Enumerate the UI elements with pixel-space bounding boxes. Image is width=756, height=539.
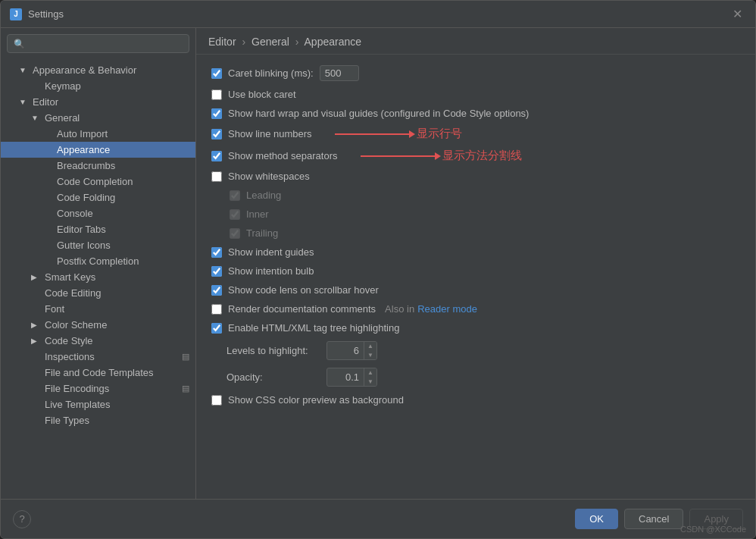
show-intention-bulb-label[interactable]: Show intention bulb bbox=[211, 265, 314, 277]
reader-mode-link[interactable]: Reader mode bbox=[417, 303, 477, 315]
inner-text: Inner bbox=[246, 208, 269, 220]
show-code-lens-text: Show code lens on scrollbar hover bbox=[228, 284, 379, 296]
show-line-numbers-label[interactable]: Show line numbers bbox=[211, 128, 312, 139]
sidebar-item-file-types[interactable]: File Types bbox=[1, 412, 195, 428]
show-indent-guides-checkbox[interactable] bbox=[211, 247, 222, 258]
expand-arrow: ▶ bbox=[31, 321, 42, 329]
sidebar-item-label: Console bbox=[57, 208, 93, 219]
help-button[interactable]: ? bbox=[13, 510, 31, 528]
sidebar-item-font[interactable]: Font bbox=[1, 301, 195, 317]
show-css-color-preview-label[interactable]: Show CSS color preview as background bbox=[211, 394, 404, 406]
leading-label[interactable]: Leading bbox=[230, 190, 281, 201]
sidebar-item-keymap[interactable]: Keymap bbox=[1, 78, 195, 94]
enable-html-xml-label[interactable]: Enable HTML/XML tag tree highlighting bbox=[211, 322, 399, 334]
sidebar-item-file-encodings[interactable]: File Encodings ▤ bbox=[1, 381, 195, 396]
show-hard-wrap-label[interactable]: Show hard wrap and visual guides (config… bbox=[211, 108, 529, 119]
show-whitespaces-checkbox[interactable] bbox=[211, 171, 222, 182]
sidebar-item-gutter-icons[interactable]: Gutter Icons bbox=[1, 237, 195, 253]
footer: ? OK Cancel Apply CSDN @XCCode bbox=[1, 499, 755, 538]
show-line-numbers-checkbox[interactable] bbox=[211, 129, 222, 139]
main-content: 🔍 ▼ Appearance & Behavior Keymap ▼ Edito… bbox=[1, 28, 755, 499]
caret-blinking-label[interactable]: Caret blinking (ms): bbox=[211, 67, 314, 79]
show-indent-guides-label[interactable]: Show indent guides bbox=[211, 246, 314, 258]
levels-spinner[interactable]: ▲ ▼ bbox=[326, 341, 377, 360]
sidebar-item-live-templates[interactable]: Live Templates bbox=[1, 396, 195, 412]
show-intention-bulb-row: Show intention bulb bbox=[211, 265, 740, 277]
sidebar-item-inspections[interactable]: Inspections ▤ bbox=[1, 349, 195, 365]
show-line-numbers-text: Show line numbers bbox=[228, 128, 312, 139]
sidebar-item-code-completion[interactable]: Code Completion bbox=[1, 174, 195, 190]
spinner-buttons: ▲ ▼ bbox=[364, 368, 376, 386]
sidebar-item-label: File Encodings bbox=[45, 383, 109, 394]
spinner-up-button[interactable]: ▲ bbox=[364, 342, 376, 351]
separator: › bbox=[295, 36, 299, 48]
sidebar-item-smart-keys[interactable]: ▶ Smart Keys bbox=[1, 269, 195, 285]
sidebar-item-editor-tabs[interactable]: Editor Tabs bbox=[1, 221, 195, 237]
trailing-checkbox[interactable] bbox=[230, 228, 240, 239]
render-doc-comments-label[interactable]: Render documentation comments bbox=[211, 303, 376, 315]
cancel-button[interactable]: Cancel bbox=[624, 509, 683, 529]
show-code-lens-checkbox[interactable] bbox=[211, 285, 222, 296]
sidebar-item-label: Code Style bbox=[45, 335, 93, 346]
use-block-caret-checkbox[interactable] bbox=[211, 89, 222, 100]
enable-html-xml-checkbox[interactable] bbox=[211, 323, 222, 334]
show-hard-wrap-row: Show hard wrap and visual guides (config… bbox=[211, 108, 740, 119]
trailing-label[interactable]: Trailing bbox=[230, 227, 278, 239]
show-code-lens-label[interactable]: Show code lens on scrollbar hover bbox=[211, 284, 379, 296]
sidebar-item-label: File and Code Templates bbox=[45, 367, 154, 378]
show-intention-bulb-checkbox[interactable] bbox=[211, 266, 222, 277]
search-input[interactable] bbox=[30, 38, 183, 49]
indicator-icon: ▤ bbox=[182, 384, 189, 393]
leading-row: Leading bbox=[211, 190, 740, 201]
use-block-caret-label[interactable]: Use block caret bbox=[211, 89, 296, 100]
sidebar-item-appearance[interactable]: Appearance bbox=[1, 142, 195, 158]
credit-text: CSDN @XCCode bbox=[680, 525, 746, 534]
breadcrumb-appearance: Appearance bbox=[305, 36, 362, 48]
show-hard-wrap-checkbox[interactable] bbox=[211, 108, 222, 119]
sidebar-item-label: Keymap bbox=[45, 80, 81, 92]
show-whitespaces-label[interactable]: Show whitespaces bbox=[211, 171, 310, 182]
show-method-separators-checkbox[interactable] bbox=[211, 151, 222, 161]
leading-text: Leading bbox=[246, 190, 281, 201]
sidebar-item-color-scheme[interactable]: ▶ Color Scheme bbox=[1, 317, 195, 333]
show-method-separators-label[interactable]: Show method separators bbox=[211, 150, 338, 161]
sidebar-item-breadcrumbs[interactable]: Breadcrumbs bbox=[1, 158, 195, 174]
sidebar-item-console[interactable]: Console bbox=[1, 205, 195, 221]
show-css-color-preview-text: Show CSS color preview as background bbox=[228, 394, 404, 406]
spinner-up-button[interactable]: ▲ bbox=[364, 368, 376, 378]
sidebar-item-appearance-behavior[interactable]: ▼ Appearance & Behavior bbox=[1, 62, 195, 78]
caret-blinking-input[interactable] bbox=[320, 65, 359, 81]
sidebar-item-postfix-completion[interactable]: Postfix Completion bbox=[1, 253, 195, 269]
sidebar-item-general[interactable]: ▼ General bbox=[1, 110, 195, 126]
separator: › bbox=[242, 36, 245, 48]
levels-input[interactable] bbox=[327, 343, 364, 358]
sidebar-item-code-folding[interactable]: Code Folding bbox=[1, 190, 195, 205]
opacity-spinner[interactable]: ▲ ▼ bbox=[326, 368, 377, 387]
show-css-color-preview-checkbox[interactable] bbox=[211, 395, 222, 406]
render-doc-comments-checkbox[interactable] bbox=[211, 304, 222, 315]
sidebar-item-editor[interactable]: ▼ Editor bbox=[1, 94, 195, 110]
leading-checkbox[interactable] bbox=[230, 190, 240, 201]
content-area: Editor › General › Appearance Caret blin… bbox=[196, 28, 755, 499]
opacity-input[interactable] bbox=[327, 370, 364, 384]
sidebar-item-file-code-templates[interactable]: File and Code Templates bbox=[1, 365, 195, 381]
caret-blinking-row: Caret blinking (ms): bbox=[211, 65, 740, 81]
search-box[interactable]: 🔍 bbox=[7, 34, 189, 53]
enable-html-xml-text: Enable HTML/XML tag tree highlighting bbox=[228, 322, 399, 334]
sidebar-item-auto-import[interactable]: Auto Import bbox=[1, 126, 195, 142]
sidebar-item-label: Auto Import bbox=[57, 128, 108, 139]
settings-content: Caret blinking (ms): Use block caret Sh bbox=[196, 55, 755, 499]
ok-button[interactable]: OK bbox=[575, 509, 618, 529]
inner-label[interactable]: Inner bbox=[230, 208, 269, 220]
trailing-text: Trailing bbox=[246, 227, 278, 239]
search-icon: 🔍 bbox=[14, 39, 25, 49]
sidebar-item-code-style[interactable]: ▶ Code Style bbox=[1, 333, 195, 349]
sidebar-item-label: Color Scheme bbox=[45, 319, 107, 331]
enable-html-xml-row: Enable HTML/XML tag tree highlighting bbox=[211, 322, 740, 334]
close-button[interactable]: ✕ bbox=[728, 5, 746, 24]
caret-blinking-checkbox[interactable] bbox=[211, 68, 222, 79]
spinner-down-button[interactable]: ▼ bbox=[364, 351, 376, 360]
spinner-down-button[interactable]: ▼ bbox=[364, 378, 376, 387]
inner-checkbox[interactable] bbox=[230, 209, 240, 220]
sidebar-item-code-editing[interactable]: Code Editing bbox=[1, 285, 195, 301]
